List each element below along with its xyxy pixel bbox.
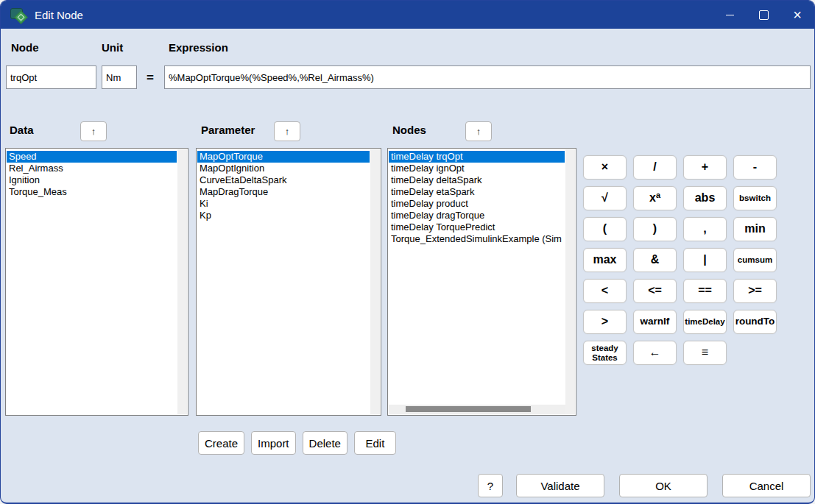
greater-equal-button[interactable]: >= bbox=[733, 279, 777, 303]
nodes-listbox[interactable]: timeDelay trqOpttimeDelay ignOpttimeDela… bbox=[387, 148, 576, 416]
node-input[interactable] bbox=[6, 65, 96, 89]
vertical-scrollbar[interactable] bbox=[565, 149, 575, 414]
edit-button[interactable]: Edit bbox=[354, 431, 396, 455]
list-item[interactable]: Rel_Airmass bbox=[7, 163, 177, 174]
comma-button[interactable]: , bbox=[683, 217, 727, 241]
steady-states-button[interactable]: steady States bbox=[583, 341, 627, 365]
data-sort-button[interactable]: ↑ bbox=[80, 121, 107, 141]
expression-label: Expression bbox=[169, 41, 228, 54]
min-button[interactable]: min bbox=[733, 217, 777, 241]
nodes-sort-button[interactable]: ↑ bbox=[465, 121, 492, 141]
maximize-button[interactable] bbox=[747, 1, 780, 29]
abs-button[interactable]: abs bbox=[683, 186, 727, 210]
cumsum-button[interactable]: cumsum bbox=[733, 248, 777, 272]
minus-button[interactable]: - bbox=[733, 155, 777, 180]
window-controls: × bbox=[713, 1, 814, 29]
list-item[interactable]: timeDelay deltaSpark bbox=[389, 174, 565, 186]
sort-up-icon: ↑ bbox=[285, 126, 290, 137]
backspace-button[interactable]: ← bbox=[633, 341, 677, 365]
data-list-label: Data bbox=[10, 124, 34, 136]
list-item[interactable]: CurveEtaDeltaSpark bbox=[197, 174, 370, 186]
vertical-scrollbar[interactable] bbox=[370, 149, 380, 414]
list-item[interactable]: timeDelay TorquePredict bbox=[389, 221, 565, 233]
unit-label: Unit bbox=[102, 41, 123, 54]
list-item[interactable]: Kp bbox=[197, 210, 370, 221]
equals-sign: = bbox=[147, 71, 154, 85]
operator-pad: ×/+-√xaabsbswitch(),minmax&|cumsum<<===>… bbox=[583, 155, 777, 365]
list-item[interactable]: Torque_Meas bbox=[7, 186, 177, 198]
expression-input[interactable] bbox=[164, 65, 811, 89]
sort-up-icon: ↑ bbox=[91, 126, 96, 137]
list-item[interactable]: timeDelay ignOpt bbox=[389, 163, 565, 174]
vertical-scrollbar[interactable] bbox=[177, 149, 187, 414]
list-item[interactable]: timeDelay trqOpt bbox=[389, 151, 565, 163]
list-items: timeDelay trqOpttimeDelay ignOpttimeDela… bbox=[389, 151, 565, 404]
list-item[interactable]: timeDelay dragTorque bbox=[389, 210, 565, 221]
nodes-list-label: Nodes bbox=[392, 124, 426, 136]
greater-than-button[interactable]: > bbox=[583, 310, 627, 334]
list-items: MapOptTorqueMapOptIgnitionCurveEtaDeltaS… bbox=[197, 151, 370, 414]
horizontal-scrollbar[interactable] bbox=[389, 405, 565, 414]
list-item[interactable]: Ki bbox=[197, 198, 370, 210]
close-paren-button[interactable]: ) bbox=[633, 217, 677, 241]
and-button[interactable]: & bbox=[633, 248, 677, 272]
warnif-button[interactable]: warnIf bbox=[633, 310, 677, 334]
timedelay-button[interactable]: timeDelay bbox=[683, 310, 727, 334]
parameter-list-label: Parameter bbox=[201, 124, 255, 136]
unit-input[interactable] bbox=[102, 65, 137, 89]
power-button[interactable]: xa bbox=[633, 186, 677, 210]
horizontal-scrollbar-thumb[interactable] bbox=[406, 406, 531, 412]
list-item[interactable]: MapDragTorque bbox=[197, 186, 370, 198]
multiply-button[interactable]: × bbox=[583, 155, 627, 180]
delete-button[interactable]: Delete bbox=[303, 431, 347, 455]
equal-equal-button[interactable]: == bbox=[683, 279, 727, 303]
list-item[interactable]: timeDelay product bbox=[389, 198, 565, 210]
minimize-button[interactable] bbox=[713, 1, 747, 29]
sqrt-button[interactable]: √ bbox=[583, 186, 627, 210]
data-listbox[interactable]: SpeedRel_AirmassIgnitionTorque_Meas bbox=[5, 148, 188, 416]
import-button[interactable]: Import bbox=[251, 431, 296, 455]
window-title: Edit Node bbox=[35, 9, 83, 21]
help-button[interactable]: ? bbox=[478, 474, 503, 497]
bswitch-button[interactable]: bswitch bbox=[733, 186, 777, 210]
list-item[interactable]: Torque_ExtendedSimulinkExample (Sim bbox=[389, 233, 565, 245]
menu-button[interactable]: ≡ bbox=[683, 341, 727, 365]
maximize-icon bbox=[759, 10, 769, 20]
title-bar: Edit Node × bbox=[1, 1, 814, 29]
less-than-button[interactable]: < bbox=[583, 279, 627, 303]
plus-button[interactable]: + bbox=[683, 155, 727, 180]
list-item[interactable]: timeDelay etaSpark bbox=[389, 186, 565, 198]
minimize-icon bbox=[726, 15, 734, 15]
parameter-listbox[interactable]: MapOptTorqueMapOptIgnitionCurveEtaDeltaS… bbox=[196, 148, 381, 416]
divide-button[interactable]: / bbox=[633, 155, 677, 180]
close-icon: × bbox=[793, 7, 802, 22]
list-action-buttons: CreateImportDeleteEdit bbox=[198, 431, 396, 455]
node-label: Node bbox=[11, 41, 39, 54]
cancel-button[interactable]: Cancel bbox=[722, 474, 811, 497]
less-equal-button[interactable]: <= bbox=[633, 279, 677, 303]
list-item[interactable]: MapOptIgnition bbox=[197, 163, 370, 174]
list-item[interactable]: MapOptTorque bbox=[197, 151, 370, 163]
edit-node-dialog: Edit Node × Node Unit Expression = Data … bbox=[0, 0, 815, 504]
or-button[interactable]: | bbox=[683, 248, 727, 272]
roundto-button[interactable]: roundTo bbox=[733, 310, 777, 334]
open-paren-button[interactable]: ( bbox=[583, 217, 627, 241]
sort-up-icon: ↑ bbox=[476, 126, 481, 137]
parameter-sort-button[interactable]: ↑ bbox=[274, 121, 300, 141]
list-item[interactable]: Ignition bbox=[7, 174, 177, 186]
max-button[interactable]: max bbox=[583, 248, 627, 272]
app-icon bbox=[10, 7, 27, 23]
ok-button[interactable]: OK bbox=[619, 474, 708, 497]
close-button[interactable]: × bbox=[780, 1, 814, 29]
validate-button[interactable]: Validate bbox=[516, 474, 604, 497]
list-item[interactable]: Speed bbox=[7, 151, 177, 163]
create-button[interactable]: Create bbox=[198, 431, 244, 455]
list-items: SpeedRel_AirmassIgnitionTorque_Meas bbox=[7, 151, 177, 414]
